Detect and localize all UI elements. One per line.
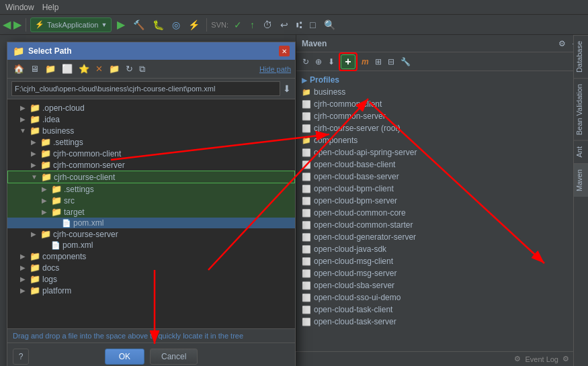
path-input[interactable] <box>11 81 280 96</box>
maven-item-label: open-cloud-api-spring-server <box>314 148 417 157</box>
search-everywhere-button[interactable]: 🔍 <box>321 18 338 32</box>
tree-item[interactable]: ▶ 📁 components <box>7 250 295 262</box>
new-folder-button[interactable]: 📁 <box>107 62 122 75</box>
maven-item[interactable]: ⬜ open-cloud-task-client <box>296 304 588 316</box>
path-input-row: ⬇ <box>7 79 295 99</box>
tree-item[interactable]: ▶ 📁 logs <box>7 273 295 285</box>
maven-item[interactable]: ⬜ open-cloud-api-spring-server <box>296 146 588 158</box>
hide-path-button[interactable]: Hide path <box>259 65 291 73</box>
tree-item[interactable]: ▶ 📁 .idea <box>7 113 295 125</box>
toggle-icon: ▶ <box>18 104 28 111</box>
favorites-button[interactable]: ⭐ <box>77 62 91 75</box>
module-button[interactable]: ⬜ <box>60 62 75 75</box>
svn-branch-button[interactable]: ⑆ <box>294 18 304 32</box>
maven-item[interactable]: ⬜ open-cloud-bpm-client <box>296 183 588 195</box>
debug-button[interactable]: 🐛 <box>150 18 167 32</box>
gear-icon[interactable]: ⚙ <box>514 355 521 363</box>
dialog-toolbar: 🏠 🖥 📁 ⬜ ⭐ ✕ 📁 ↻ ⧉ Hide path <box>7 60 295 79</box>
maven-download-button[interactable]: ⬇ <box>326 56 337 68</box>
profile-button[interactable]: ⚡ <box>185 18 202 32</box>
maven-item[interactable]: ⬜ cjrh-common-server <box>296 110 588 122</box>
side-tab-bean-validation[interactable]: Bean Validation <box>574 78 588 140</box>
maven-refresh-button[interactable]: ↻ <box>300 56 311 68</box>
svn-update-button[interactable]: ✓ <box>231 18 245 32</box>
maven-settings-button[interactable]: ⚙ <box>556 38 568 49</box>
tree-item[interactable]: ▶ 📁 platform <box>7 285 295 296</box>
copy-button[interactable]: ⧉ <box>137 62 147 76</box>
path-download-button[interactable]: ⬇ <box>283 83 291 94</box>
maven-item[interactable]: ⬜ open-cloud-sba-server <box>296 279 588 291</box>
maven-item[interactable]: ⬜ open-cloud-bpm-server <box>296 195 588 207</box>
maven-item[interactable]: ⬜ open-cloud-msg-client <box>296 255 588 267</box>
drag-hint-text: Drag and drop a file into the space abov… <box>13 332 243 340</box>
maven-item[interactable]: 📁 business <box>296 86 588 98</box>
maven-wrench-button[interactable]: 🔧 <box>398 56 413 68</box>
delete-button[interactable]: ✕ <box>93 62 105 75</box>
svn-history-button[interactable]: ⏱ <box>260 18 275 32</box>
desktop-button[interactable]: 🖥 <box>28 62 41 75</box>
maven-expand-button[interactable]: ⊞ <box>373 56 384 68</box>
tree-item[interactable]: ▶ 📁 .open-cloud <box>7 102 295 113</box>
maven-item[interactable]: ⬜ cjrh-course-server (root) <box>296 122 588 134</box>
tree-item-course-client[interactable]: ▼ 📁 cjrh-course-client <box>7 171 295 183</box>
tree-item-pom-xml[interactable]: 📄 pom.xml <box>7 218 295 228</box>
maven-profiles-header[interactable]: ▶ Profiles <box>296 74 588 86</box>
build-button[interactable]: 🔨 <box>130 18 147 32</box>
maven-add-profile-button[interactable]: ⊕ <box>313 56 324 68</box>
tree-item[interactable]: ▶ 📁 src <box>7 195 295 206</box>
maven-item[interactable]: ⬜ open-cloud-msg-server <box>296 267 588 279</box>
arrow-back-icon[interactable]: ◀ <box>3 18 11 31</box>
file-tree[interactable]: ▶ 📁 .open-cloud ▶ 📁 .idea ▼ 📁 business <box>7 99 295 328</box>
arrow-forward-icon[interactable]: ▶ <box>13 18 22 31</box>
maven-item[interactable]: ⬜ cjrh-common-client <box>296 98 588 110</box>
home-button[interactable]: 🏠 <box>11 62 26 75</box>
coverage-button[interactable]: ◎ <box>169 18 183 32</box>
maven-item-label: open-cloud-common-starter <box>314 220 413 230</box>
close-button[interactable]: ✕ <box>279 46 290 56</box>
tree-item[interactable]: ▶ 📁 target <box>7 206 295 218</box>
svn-revert-button[interactable]: ↩ <box>278 18 291 32</box>
maven-tree[interactable]: ▶ Profiles 📁 business ⬜ cjrh-common-clie… <box>296 71 588 366</box>
maven-item[interactable]: 📁 components <box>296 134 588 146</box>
ok-button[interactable]: OK <box>105 349 144 365</box>
cancel-button[interactable]: Cancel <box>150 349 198 365</box>
task-dropdown[interactable]: ⚡ TaskApplication ▼ <box>30 17 112 32</box>
maven-item[interactable]: ⬜ open-cloud-base-client <box>296 158 588 171</box>
side-tab-database[interactable]: Database <box>574 35 588 78</box>
side-tab-maven[interactable]: Maven <box>574 163 588 197</box>
tree-item[interactable]: ▶ 📁 docs <box>7 262 295 273</box>
tree-item[interactable]: ▶ 📁 cjrh-course-server <box>7 228 295 240</box>
item-label: cjrh-course-client <box>54 173 115 182</box>
svn-settings-button[interactable]: □ <box>307 18 318 32</box>
item-label: .idea <box>42 115 60 124</box>
maven-item[interactable]: ⬜ open-cloud-task-server <box>296 316 588 328</box>
tree-item[interactable]: 📄 pom.xml <box>7 240 295 250</box>
maven-add-button[interactable]: + <box>341 54 355 69</box>
gear-icon-2[interactable]: ⚙ <box>562 355 569 363</box>
tree-item[interactable]: ▼ 📁 business <box>7 125 295 136</box>
maven-item[interactable]: ⬜ open-cloud-base-server <box>296 171 588 183</box>
dialog-titlebar: 📁 Select Path ✕ <box>7 42 295 60</box>
side-tab-ant[interactable]: Ant <box>574 140 588 163</box>
refresh-button[interactable]: ↻ <box>124 62 135 75</box>
tree-item[interactable]: ▶ 📁 cjrh-common-server <box>7 159 295 171</box>
item-label: target <box>64 208 85 217</box>
maven-item[interactable]: ⬜ open-cloud-sso-ui-demo <box>296 291 588 304</box>
maven-item[interactable]: ⬜ open-cloud-common-core <box>296 207 588 219</box>
maven-item[interactable]: ⬜ open-cloud-common-starter <box>296 219 588 231</box>
project-button[interactable]: 📁 <box>43 62 58 75</box>
maven-collapse-button[interactable]: ⊟ <box>386 56 396 68</box>
tree-item[interactable]: ▶ 📁 cjrh-common-client <box>7 148 295 159</box>
toggle-icon: ▶ <box>40 185 49 193</box>
tree-item[interactable]: ▶ 📁 .settings <box>7 136 295 148</box>
maven-item[interactable]: ⬜ open-cloud-generator-server <box>296 231 588 243</box>
maven-item[interactable]: ⬜ open-cloud-java-sdk <box>296 243 588 255</box>
menu-window[interactable]: Window <box>5 3 34 12</box>
menu-help[interactable]: Help <box>42 3 59 12</box>
tree-item[interactable]: ▶ 📁 .settings <box>7 183 295 195</box>
help-button[interactable]: ? <box>13 349 29 365</box>
maven-m-button[interactable]: m <box>360 56 371 68</box>
item-label: src <box>64 196 75 205</box>
svn-commit-button[interactable]: ↑ <box>247 18 257 32</box>
run-button[interactable]: ▶ <box>114 17 128 32</box>
